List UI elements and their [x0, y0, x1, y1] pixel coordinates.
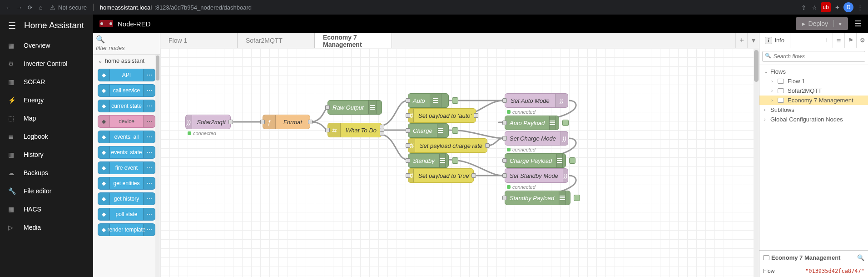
palette-node-fire-event[interactable]: ◆fire event⋯	[98, 161, 155, 174]
browser-chrome: ← → ⟳ ⌂ ⚠ Not secure homeassistant.local…	[0, 0, 868, 15]
home-button[interactable]: ⌂	[35, 4, 46, 11]
sidebar-item-logbook[interactable]: ≣Logbook	[0, 127, 93, 146]
share-icon[interactable]: ⇪	[798, 4, 809, 11]
tabs-menu-button[interactable]: ▾	[747, 33, 759, 48]
tree-sofar2mqtt[interactable]: ›Sofar2MQTT	[759, 86, 868, 96]
debug-toggle[interactable]	[562, 154, 565, 167]
node-charge-payload[interactable]: Charge Payload	[505, 153, 566, 168]
forward-button[interactable]: →	[14, 4, 25, 11]
node-what-to-do[interactable]: ⇆ What To Do	[327, 123, 382, 137]
tree-flow1[interactable]: ›Flow 1	[759, 76, 868, 86]
palette-node-label: current state	[111, 103, 142, 109]
tab-info[interactable]: iinfo	[759, 33, 790, 48]
node-set-payload-true[interactable]: ⇅ Set payload to 'true'	[408, 168, 474, 183]
node-set-payload-rate[interactable]: ⇅ Set payload charge rate	[408, 138, 487, 153]
node-standby[interactable]: Standby	[408, 153, 449, 168]
debug-icon	[368, 101, 377, 114]
node-sofar2mqtt[interactable]: )) Sofar2mqtt connected	[185, 115, 231, 129]
node-set-charge-mode[interactable]: Set Charge Mode )) connected	[505, 131, 568, 146]
sidebar-item-file-editor[interactable]: 🔧File editor	[0, 182, 93, 200]
search-icon[interactable]: 🔍	[857, 254, 864, 261]
node-format[interactable]: ƒ Format	[263, 115, 310, 129]
palette-node-current-state[interactable]: ◆current state⋯	[98, 100, 155, 112]
node-auto[interactable]: Auto	[408, 93, 449, 108]
debug-toggle[interactable]	[441, 94, 448, 107]
profile-avatar[interactable]: D	[843, 2, 853, 12]
palette-node-API[interactable]: ◆API⋯	[98, 69, 155, 81]
debug-toggle[interactable]	[555, 116, 559, 130]
sidebar-item-inverter-control[interactable]: ⚙Inverter Control	[0, 55, 93, 73]
palette-node-icon: ◆	[98, 146, 110, 158]
menu-icon[interactable]: ☰	[8, 20, 16, 31]
extension-ublock-icon[interactable]: ub	[821, 2, 831, 12]
palette-category[interactable]: ⌄ home assistant	[93, 55, 160, 67]
sidebar-item-hacs[interactable]: ▦HACS	[0, 200, 93, 218]
sidebar-item-media[interactable]: ▷Media	[0, 218, 93, 237]
palette-category-label: home assistant	[105, 57, 144, 64]
tab-flow-1[interactable]: Flow 1	[160, 33, 238, 48]
debug-enable-square[interactable]	[452, 97, 458, 104]
info-help-button[interactable]: i	[821, 33, 833, 48]
debug-enable-square[interactable]	[569, 157, 575, 164]
deploy-button[interactable]: ▸ Deploy ▾	[796, 17, 848, 30]
debug-enable-square[interactable]	[452, 157, 458, 164]
tree-subflows[interactable]: ›Subflows	[759, 105, 868, 115]
palette-node-events-state[interactable]: ◆events: state⋯	[98, 146, 155, 159]
node-set-auto-mode[interactable]: Set Auto Mode )) connected	[505, 93, 568, 108]
palette-node-get-entities[interactable]: ◆get entities⋯	[98, 177, 155, 190]
node-label: Set Auto Mode	[505, 97, 555, 104]
info-config-button[interactable]: ⚑	[844, 33, 856, 48]
node-port-out[interactable]	[228, 120, 233, 124]
node-auto-payload[interactable]: Auto Payload	[505, 116, 559, 130]
debug-toggle[interactable]	[565, 191, 570, 205]
node-raw-output[interactable]: Raw Output	[327, 100, 382, 115]
info-settings-button[interactable]: ⚙	[856, 33, 868, 48]
palette-node-device[interactable]: ◆device⋯	[98, 115, 155, 128]
palette-node-get-history[interactable]: ◆get history⋯	[98, 192, 155, 205]
tab-economy-7-management[interactable]: Economy 7 Management	[315, 33, 392, 48]
sidebar-item-sofar[interactable]: ▦SOFAR	[0, 73, 93, 91]
palette-scrollbar[interactable]	[155, 55, 160, 277]
sidebar-item-label: Energy	[24, 96, 44, 104]
palette-node-call-service[interactable]: ◆call service⋯	[98, 84, 155, 97]
reload-button[interactable]: ⟳	[25, 4, 35, 11]
main-menu-icon[interactable]: ☰	[854, 19, 862, 29]
node-set-payload-auto[interactable]: ⇅ Set payload to 'auto'	[408, 108, 476, 123]
palette-filter-input[interactable]	[96, 45, 157, 51]
address-bar[interactable]: ⚠ Not secure homeassistant.local:8123/a0…	[50, 4, 252, 11]
sidebar-item-energy[interactable]: ⚡Energy	[0, 91, 93, 109]
extensions-icon[interactable]: ✦	[832, 4, 843, 11]
debug-enable-square[interactable]	[574, 195, 580, 201]
info-debug-button[interactable]: ≣	[833, 33, 844, 48]
palette-node-poll-state[interactable]: ◆poll state⋯	[98, 208, 155, 221]
node-set-standby-mode[interactable]: Set Standby Mode )) connected	[505, 168, 568, 183]
add-tab-button[interactable]: ＋	[735, 33, 747, 48]
debug-toggle[interactable]	[376, 101, 382, 114]
node-status: connected	[507, 147, 536, 152]
tab-sofar2mqtt[interactable]: Sofar2MQTT	[238, 33, 315, 48]
back-button[interactable]: ←	[3, 4, 14, 11]
sidebar-item-map[interactable]: ⬚Map	[0, 109, 93, 127]
debug-toggle[interactable]	[445, 154, 448, 167]
debug-toggle[interactable]	[444, 124, 448, 137]
kebab-menu-icon[interactable]: ⋮	[854, 4, 865, 11]
palette-node-render-template[interactable]: ◆render template⋯	[98, 223, 155, 236]
info-search-input[interactable]	[762, 51, 865, 62]
canvas-scrollbar[interactable]	[754, 48, 759, 277]
tree-global[interactable]: ›Global Configuration Nodes	[759, 115, 868, 124]
node-charge[interactable]: Charge	[408, 123, 449, 138]
bookmark-star-icon[interactable]: ☆	[809, 4, 820, 11]
tree-eco7[interactable]: ›Economy 7 Management	[759, 96, 868, 105]
node-label: Standby Payload	[505, 195, 559, 201]
sidebar-item-history[interactable]: ▥History	[0, 146, 93, 164]
palette-node-icon: ◆	[98, 162, 110, 174]
deploy-caret-icon[interactable]: ▾	[833, 20, 842, 27]
sidebar-item-overview[interactable]: ▦Overview	[0, 36, 93, 55]
flow-canvas[interactable]: )) Sofar2mqtt connected ƒ Format Raw Out…	[160, 48, 759, 277]
debug-enable-square[interactable]	[452, 127, 458, 134]
palette-node-events-all[interactable]: ◆events: all⋯	[98, 131, 155, 143]
sidebar-item-backups[interactable]: ☁Backups	[0, 164, 93, 182]
node-standby-payload[interactable]: Standby Payload	[505, 191, 570, 205]
tree-flows[interactable]: ⌄Flows	[759, 67, 868, 76]
debug-enable-square[interactable]	[562, 120, 569, 126]
